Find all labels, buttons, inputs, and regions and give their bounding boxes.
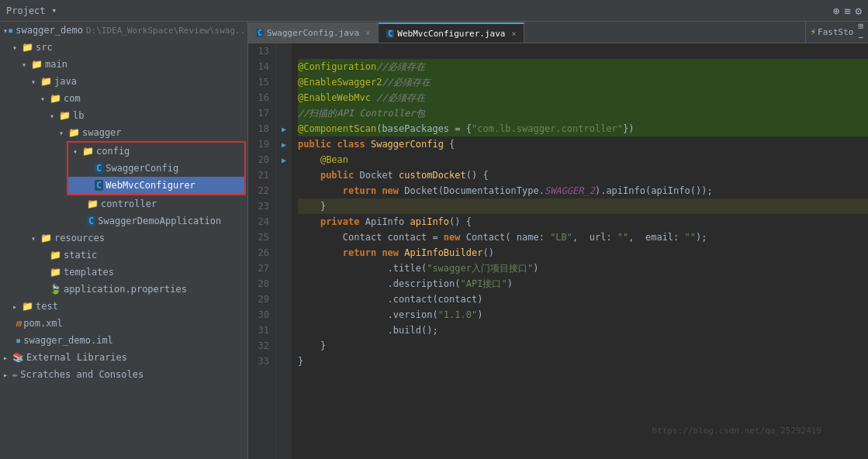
tree-label: templates (64, 267, 114, 278)
tree-label: swagger (82, 127, 122, 138)
watermark: https://blog.csdn.net/qq_25292419 (652, 426, 821, 436)
tree-item-pom[interactable]: m pom.xml (0, 315, 247, 332)
code-line-17: //扫描的API Controller包 (298, 105, 868, 121)
gutter-icon-19[interactable]: ▶ (282, 140, 286, 149)
faststo-btn-2[interactable]: − (858, 33, 863, 43)
gutter-icon-18[interactable]: ▶ (282, 125, 286, 133)
code-line-14: @Configuration//必须存在 (298, 59, 868, 74)
code-line-18: @ComponentScan(basePackages = {"com.lb.s… (298, 121, 868, 136)
tree-label: swagger_demo.iml (23, 335, 113, 346)
code-line-31: .build(); (298, 323, 868, 338)
code-line-29: .contact(contact) (298, 292, 868, 307)
tree-label: controller (101, 198, 157, 209)
code-line-26: return new ApiInfoBuilder() (298, 245, 868, 261)
tab-close-icon[interactable]: × (511, 29, 516, 38)
code-line-22: return new Docket(DocumentationType.SWAG… (298, 183, 868, 198)
tab-icon: C (386, 29, 394, 38)
tree-item-SwaggerConfig[interactable]: C SwaggerConfig (68, 160, 244, 177)
code-line-19: public class SwaggerConfig { (298, 136, 868, 152)
tree-item-templates[interactable]: 📁 templates (0, 264, 247, 281)
tree-item-lb[interactable]: 📁 lb (0, 107, 247, 124)
tab-bar: C SwaggerConfig.java × C WebMvcConfigure… (248, 22, 868, 43)
tree-label: application.properties (64, 284, 187, 295)
tree-label: main (45, 59, 67, 70)
tree-item-SwaggerDemoApp[interactable]: C SwaggerDemoApplication (0, 212, 247, 230)
tree-label: config (96, 146, 130, 157)
tree-item-controller[interactable]: 📁 controller (0, 195, 247, 212)
tree-label: SwaggerConfig (105, 163, 178, 174)
tree-label: SwaggerDemoApplication (98, 216, 221, 226)
tree-label: resources (54, 233, 105, 243)
tree-label: static (64, 250, 97, 261)
class-icon-c: C (95, 180, 103, 191)
tree-item-test[interactable]: 📁 test (0, 298, 247, 315)
toolbar-icon-3[interactable]: ⚙ (856, 5, 862, 17)
faststo-btn-1[interactable]: ⊞ (858, 22, 863, 31)
tab-webmvc-configurer[interactable]: C WebMvcConfigurer.java × (379, 22, 524, 43)
gutter: ▶ ▶ ▶ (276, 43, 292, 459)
code-line-21: public Docket customDocket() { (298, 167, 868, 183)
tab-label: SwaggerConfig.java (267, 28, 359, 38)
tree-item-config[interactable]: 📁 config (68, 143, 244, 160)
tree-item-swagger-demo[interactable]: ▪ swagger_demo D:\IDEA_WorkSpace\Review\… (0, 22, 247, 39)
top-bar: Project ▾ ⊕ ≡ ⚙ (0, 0, 868, 22)
code-line-24: private ApiInfo apiInfo() { (298, 214, 868, 230)
project-dropdown[interactable]: Project (6, 5, 46, 16)
code-line-15: @EnableSwagger2//必须存在 (298, 74, 868, 90)
faststo-label: FastSto (818, 27, 853, 37)
tab-close-icon[interactable]: × (365, 29, 370, 37)
tree-item-java[interactable]: 📁 java (0, 73, 247, 90)
faststo-icon[interactable]: ⚡ (811, 26, 816, 37)
editor-area: C SwaggerConfig.java × C WebMvcConfigure… (248, 22, 868, 459)
tree-label: java (54, 76, 77, 87)
code-line-32: } (298, 338, 868, 354)
tree-item-WebMvcConfigurer[interactable]: C WebMvcConfigurer (68, 177, 244, 194)
tree-item-iml[interactable]: ▪ swagger_demo.iml (0, 332, 247, 349)
tab-icon: C (256, 29, 264, 37)
code-line-23: } (298, 198, 868, 214)
tree-item-external-libs[interactable]: 📚 External Libraries (0, 349, 247, 366)
tree-item-main[interactable]: 📁 main (0, 56, 247, 73)
toolbar-icon-1[interactable]: ⊕ (833, 5, 839, 17)
tree-label: Scratches and Consoles (20, 369, 144, 380)
tree-label: swagger_demo (16, 25, 83, 36)
code-line-16: @EnableWebMvc //必须存在 (298, 90, 868, 105)
tree-item-static[interactable]: 📁 static (0, 247, 247, 264)
class-icon-c: C (95, 163, 103, 174)
code-line-25: Contact contact = new Contact( name: "LB… (298, 230, 868, 245)
tree-label: lb (73, 110, 84, 121)
tree-item-app-properties[interactable]: 🍃 application.properties (0, 281, 247, 298)
tree-item-scratches[interactable]: ✏ Scratches and Consoles (0, 366, 247, 383)
line-numbers: 13 14 15 16 17 18 19 20 21 22 23 24 25 2… (248, 43, 276, 459)
tree-label: test (36, 301, 58, 312)
toolbar-icon-2[interactable]: ≡ (844, 5, 850, 17)
tree-item-src[interactable]: 📁 src (0, 39, 247, 56)
tree-item-resources[interactable]: 📁 resources (0, 230, 247, 247)
code-editor[interactable]: 13 14 15 16 17 18 19 20 21 22 23 24 25 2… (248, 43, 868, 459)
tree-label: External Libraries (26, 352, 127, 363)
code-content[interactable]: @Configuration//必须存在 @EnableSwagger2//必须… (292, 43, 868, 459)
code-line-13 (298, 43, 868, 59)
project-sidebar: ▪ swagger_demo D:\IDEA_WorkSpace\Review\… (0, 22, 248, 459)
code-line-20: @Bean (298, 152, 868, 167)
code-line-28: .description("API接口") (298, 276, 868, 292)
tab-label: WebMvcConfigurer.java (397, 29, 505, 39)
tree-label: pom.xml (23, 318, 63, 329)
tree-item-com[interactable]: 📁 com (0, 90, 247, 107)
class-icon-app: C (87, 216, 95, 226)
code-line-33: } (298, 354, 868, 369)
tab-swagger-config[interactable]: C SwaggerConfig.java × (248, 22, 379, 43)
tree-label: src (36, 42, 53, 53)
tree-label: WebMvcConfigurer (105, 180, 195, 191)
gutter-icon-20[interactable]: ▶ (282, 156, 286, 164)
tree-label: com (64, 93, 81, 104)
code-line-27: .title("swagger入门项目接口") (298, 261, 868, 276)
tree-item-swagger[interactable]: 📁 swagger (0, 124, 247, 141)
code-line-30: .version("1.1.0") (298, 307, 868, 323)
